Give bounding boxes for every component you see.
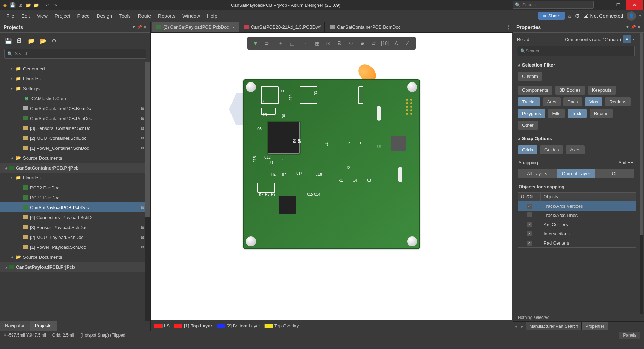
designator[interactable]: R4: [293, 139, 297, 143]
designator[interactable]: U2: [346, 166, 350, 170]
designator[interactable]: C12: [264, 155, 271, 159]
designator[interactable]: C1: [360, 141, 364, 145]
tab-projects[interactable]: Projects: [30, 321, 57, 331]
panel-pin-icon[interactable]: 📌: [137, 25, 142, 29]
checkbox[interactable]: [527, 204, 532, 209]
filter-chip-fills[interactable]: Fills: [548, 109, 564, 118]
menu-file[interactable]: File: [3, 12, 18, 20]
user-avatar[interactable]: 👤: [627, 11, 636, 21]
designator[interactable]: R1: [339, 178, 343, 182]
snap-object-row[interactable]: Track/Arcs Lines: [518, 211, 636, 220]
save-project-icon[interactable]: 💾: [5, 38, 12, 44]
tree-bom[interactable]: CanSatContainerPCB.BomDc🗎: [0, 103, 150, 113]
tree-folder-closed[interactable]: ▸📁Libraries: [0, 74, 150, 84]
scrollbar-thumb[interactable]: [145, 62, 150, 217]
tree-schdoc[interactable]: [4] Connectors_Payload.SchD: [0, 212, 150, 222]
doc-tab[interactable]: CanSatContainerPCB.BomDoc: [326, 22, 405, 32]
tree-project[interactable]: ◢CanSatPayloadPCB.PrjPcb: [0, 262, 150, 272]
save-all-icon[interactable]: 🗎: [17, 1, 24, 8]
panel-dropdown-icon[interactable]: ▼: [626, 25, 630, 29]
snap-chip-axes[interactable]: Axes: [566, 145, 585, 154]
snap-chip-grids[interactable]: Grids: [518, 145, 537, 154]
dimension-icon[interactable]: |10|: [380, 38, 390, 48]
footprint[interactable]: [300, 86, 317, 104]
tree-folder-closed[interactable]: ▸📁Generated: [0, 64, 150, 74]
tree-project[interactable]: ◢CanSatContainerPCB.PrjPcb: [0, 163, 150, 173]
filter-chip-arcs[interactable]: Arcs: [543, 97, 561, 106]
menu-reports[interactable]: Reports: [154, 12, 179, 20]
layer-tab[interactable]: [1] Top Layer: [174, 323, 212, 329]
cloud-status[interactable]: ☁̸ Not Connected: [583, 13, 623, 19]
menu-help[interactable]: Help: [204, 12, 221, 20]
designator[interactable]: U4: [271, 173, 276, 177]
filter-chip-custom[interactable]: Custom: [518, 72, 542, 81]
designator[interactable]: C10: [289, 94, 293, 101]
designator[interactable]: C14: [314, 193, 320, 196]
tree-folder[interactable]: ◢📂Source Documents: [0, 252, 150, 262]
selection-scope-combo[interactable]: Components (and 12 more): [565, 37, 621, 42]
checkbox[interactable]: [527, 231, 532, 236]
filter-toggle-icon[interactable]: ▼: [623, 35, 631, 43]
component-ic[interactable]: [279, 196, 296, 214]
footprint[interactable]: [257, 183, 275, 193]
designator[interactable]: C15: [307, 193, 313, 196]
tree-cam[interactable]: ⊕CAMtastic1.Cam: [0, 93, 150, 103]
filter-chip-other[interactable]: Other: [518, 121, 538, 130]
align-icon[interactable]: ⫞: [300, 38, 311, 48]
select-rect-icon[interactable]: ⬚: [287, 38, 297, 48]
tree-schdoc[interactable]: [2] MCU_Payload.SchDoc🗎: [0, 232, 150, 242]
diff-pair-icon[interactable]: ᘐ: [334, 38, 345, 48]
tree-schdoc[interactable]: [3] Sensor_Payload.SchDoc🗎: [0, 222, 150, 232]
snap-object-row[interactable]: Arc Centers: [518, 220, 636, 229]
doc-tab[interactable]: (2) CanSatPayloadPCB.PcbDoc▾: [152, 22, 239, 32]
menu-route[interactable]: Route: [134, 12, 154, 20]
redo-icon[interactable]: ↷: [52, 1, 59, 8]
designator[interactable]: R6: [282, 114, 286, 118]
snap-object-row[interactable]: Intersections: [518, 229, 636, 238]
pcb-canvas[interactable]: ▼ ⊃ ＋ ⬚ ⫞ ▦ ᔕ ᘐ ⊙ ▰ ▱ |10| A ∕: [151, 33, 512, 320]
tree-folder[interactable]: ◢📂Source Documents: [0, 153, 150, 163]
projects-search-input[interactable]: 🔍 Search: [4, 49, 146, 59]
region-icon[interactable]: ▱: [368, 38, 379, 48]
footprint[interactable]: [358, 86, 363, 104]
snap-layer-seg[interactable]: Current Layer: [557, 169, 596, 178]
save-icon[interactable]: 💾: [9, 1, 16, 8]
designator[interactable]: U5: [282, 173, 286, 177]
designator[interactable]: R9: [271, 193, 275, 196]
project-options-icon[interactable]: ⚙: [52, 38, 57, 44]
filter-chip-vias[interactable]: Vias: [585, 97, 602, 106]
magnet-icon[interactable]: ⊃: [262, 38, 272, 48]
tree-pcbdoc[interactable]: PCB2.PcbDoc: [0, 183, 150, 193]
route-icon[interactable]: ᔕ: [323, 38, 334, 48]
designator[interactable]: C11: [261, 96, 265, 102]
panel-close-icon[interactable]: ✕: [637, 25, 640, 29]
share-button[interactable]: ➦ Share: [538, 12, 565, 20]
projects-tree[interactable]: ▸📁Generated▸📁Libraries▸📁Settings⊕CAMtast…: [0, 62, 150, 321]
tree-schdoc[interactable]: [1] Power_Container.SchDoc🗎: [0, 143, 150, 153]
panel-close-icon[interactable]: ✕: [144, 25, 147, 29]
designator[interactable]: R3: [314, 91, 318, 95]
filter-chip-texts[interactable]: Texts: [568, 109, 587, 118]
tree-schdoc[interactable]: [2] MCU_Container.SchDoc🗎: [0, 133, 150, 143]
panel-pin-icon[interactable]: 📌: [631, 25, 636, 29]
open-folder-icon[interactable]: 📂: [25, 1, 32, 8]
menu-edit[interactable]: Edit: [18, 12, 34, 20]
filter-chip-regions[interactable]: Regions: [605, 97, 631, 106]
designator[interactable]: C2: [346, 141, 350, 145]
tree-pcbdoc[interactable]: PCB1.PcbDoc: [0, 193, 150, 202]
chevron-down-icon[interactable]: ▾: [233, 25, 234, 29]
add-doc-icon[interactable]: 📂: [40, 38, 47, 44]
component-icon[interactable]: ▦: [312, 38, 322, 48]
properties-search-input[interactable]: 🔍 Search: [517, 46, 635, 56]
filter-chip-pads[interactable]: Pads: [563, 97, 582, 106]
minimize-button[interactable]: —: [594, 0, 610, 10]
filter-chip-rooms[interactable]: Rooms: [590, 109, 613, 118]
tree-schdoc[interactable]: [1] Power_Payload.SchDoc🗎: [0, 242, 150, 252]
compile-icon[interactable]: 🗐: [17, 38, 23, 44]
user-dropdown-icon[interactable]: ▾: [639, 14, 641, 18]
text-icon[interactable]: A: [391, 38, 402, 48]
designator[interactable]: R7: [259, 193, 263, 196]
designator[interactable]: U3: [269, 161, 273, 165]
designator[interactable]: X1: [280, 89, 285, 93]
snap-object-row[interactable]: Track/Arcs Vertices: [518, 201, 636, 211]
